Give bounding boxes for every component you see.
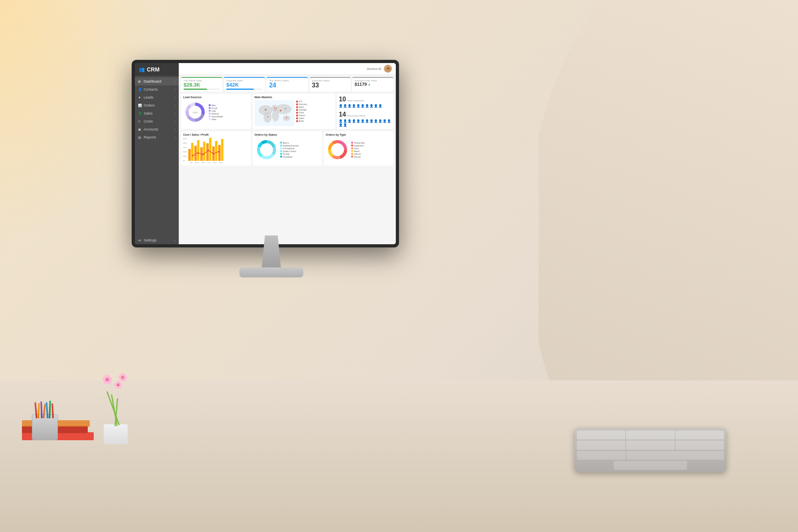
- sales-icon: 💲: [138, 112, 142, 115]
- costs-icon: ©: [138, 120, 142, 123]
- sidebar-item-orders[interactable]: 📊 Orders ›: [135, 101, 179, 109]
- svg-point-21: [267, 116, 269, 117]
- orders-status-donut: [255, 138, 279, 162]
- dashboard-content: This Month Sales $28.3K Expected Sales $…: [179, 75, 396, 244]
- sidebar-item-settings[interactable]: ≪ Settings ›: [135, 236, 179, 244]
- settings-chevron: ›: [175, 239, 176, 242]
- orders-by-type-card: Orders by Type: [324, 131, 393, 166]
- new-customers-count: 10: [339, 96, 346, 103]
- orders-status-legend: New In Awaiting Payment In Production Qu…: [280, 142, 299, 158]
- leads-icon: ★: [138, 96, 142, 99]
- user-name: Jessica W.: [367, 67, 382, 71]
- kpi-avg-order: Average Order Value $1179 ▲: [352, 77, 393, 91]
- dashboard-chevron: ›: [175, 80, 176, 83]
- accounts-chevron: ›: [175, 128, 176, 131]
- top-bar: Jessica W. 👩: [179, 63, 396, 75]
- sidebar-item-sales[interactable]: 💲 Sales ›: [135, 109, 179, 117]
- monitor-screen: 👥 CRM ⊞ Dashboard › 👤 Contacts: [135, 63, 396, 244]
- kpi-value-exporders: 33: [312, 82, 348, 89]
- orders-by-status-card: Orders by Status: [253, 131, 322, 166]
- svg-point-19: [274, 110, 275, 111]
- sidebar-label-contacts: Contacts: [144, 87, 158, 91]
- markets-legend: U.S. Germany Spain Australia China Franc…: [296, 100, 307, 126]
- lead-sources-donut: 100%: [183, 100, 207, 124]
- customers-card: 10 New Customers 👤 👤 👤 👤 👤 👤: [337, 94, 393, 129]
- dashboard-icon: ⊞: [138, 80, 142, 83]
- sidebar-item-costs[interactable]: © Costs ›: [135, 117, 179, 125]
- kpi-row: This Month Sales $28.3K Expected Sales $…: [181, 77, 393, 91]
- returning-clients-count: 14: [339, 111, 346, 118]
- reports-icon: ▤: [138, 136, 142, 139]
- svg-text:100%: 100%: [193, 111, 198, 114]
- accounts-icon: ▣: [138, 128, 142, 131]
- sidebar-item-leads[interactable]: ★ Leads ›: [135, 93, 179, 101]
- returning-clients-icons: 👤 👤 👤 👤 👤 👤 👤 👤 👤 👤: [339, 119, 391, 127]
- kpi-value-avg: $1179: [355, 82, 367, 87]
- orders-type-donut: [326, 138, 350, 162]
- monitor-base: [239, 267, 303, 277]
- svg-point-17: [280, 110, 281, 111]
- monitor-bezel: 👥 CRM ⊞ Dashboard › 👤 Contacts: [132, 60, 399, 247]
- charts-row-1: Lead Sources: [181, 94, 393, 129]
- kpi-trend-avg: ▲: [367, 83, 371, 86]
- orders-type-legend: Product Mix Equipment Tools Merch Add-On…: [351, 142, 364, 158]
- svg-point-12: [275, 104, 291, 114]
- y-axis-labels: $50K $40K $30K $20K $10K $0: [183, 138, 187, 162]
- orders-icon: 📊: [138, 104, 142, 107]
- crm-header: 👥 CRM: [135, 63, 179, 76]
- lead-sources-legend: Web E-mail Calls Referral Social Media O…: [209, 104, 223, 121]
- user-avatar[interactable]: 👩: [384, 65, 392, 73]
- crm-sidebar: 👥 CRM ⊞ Dashboard › 👤 Contacts: [135, 63, 179, 244]
- kpi-month-orders: This Month Orders 24: [267, 77, 308, 91]
- new-customers-label: New Customers: [347, 99, 364, 102]
- svg-point-34: [260, 143, 273, 156]
- keyboard-area: [575, 428, 726, 472]
- orders-chevron: ›: [175, 104, 176, 107]
- crm-logo-icon: 👥: [139, 67, 145, 72]
- leads-chevron: ›: [175, 96, 176, 99]
- svg-point-18: [285, 108, 286, 109]
- svg-point-14: [265, 109, 266, 111]
- sidebar-label-dashboard: Dashboard: [144, 79, 161, 83]
- monitor: 👥 CRM ⊞ Dashboard › 👤 Contacts: [132, 60, 411, 291]
- reports-chevron: ›: [175, 136, 176, 139]
- lead-sources-card: Lead Sources: [181, 94, 251, 129]
- kpi-value-monthorders: 24: [269, 82, 305, 89]
- svg-point-15: [274, 107, 275, 109]
- crm-main-content: Jessica W. 👩 This Month Sales $28.3K: [179, 63, 396, 244]
- sidebar-item-accounts[interactable]: ▣ Accounts ›: [135, 125, 179, 133]
- svg-point-16: [275, 108, 277, 109]
- returning-clients-label: Returning Clients: [347, 115, 365, 117]
- sidebar-label-orders: Orders: [144, 103, 155, 107]
- kpi-this-month-sales: This Month Sales $28.3K: [181, 77, 222, 91]
- sidebar-label-reports: Reports: [144, 135, 156, 139]
- cost-sales-title: Cost / Sales / Profit: [183, 133, 249, 136]
- main-markets-title: Main Markets: [255, 96, 334, 99]
- kpi-value-sales: $28.3K: [184, 82, 220, 88]
- orders-status-title: Orders by Status: [255, 133, 320, 136]
- charts-row-2: Cost / Sales / Profit $50K $40K $30K $20…: [181, 131, 393, 166]
- contacts-chevron: ›: [175, 88, 176, 91]
- new-customers-icons: 👤 👤 👤 👤 👤 👤 👤 👤 👤 👤: [339, 104, 391, 108]
- pencil-cup: [32, 406, 58, 440]
- sidebar-label-sales: Sales: [144, 111, 153, 115]
- sidebar-item-contacts[interactable]: 👤 Contacts ›: [135, 85, 179, 93]
- kpi-expected-sales: Expected Sales $42K: [224, 77, 265, 91]
- costs-chevron: ›: [175, 120, 176, 123]
- main-markets-card: Main Markets: [253, 94, 336, 129]
- svg-point-41: [331, 143, 344, 156]
- orders-type-title: Orders by Type: [326, 133, 391, 136]
- kpi-value-expected: $42K: [226, 82, 263, 88]
- bar-chart: [188, 138, 223, 162]
- sidebar-nav: ⊞ Dashboard › 👤 Contacts ›: [135, 76, 179, 244]
- cost-sales-profit-card: Cost / Sales / Profit $50K $40K $30K $20…: [181, 131, 251, 166]
- sidebar-label-costs: Costs: [144, 119, 153, 123]
- crm-logo-text: CRM: [147, 66, 160, 73]
- settings-icon: ≪: [138, 239, 142, 242]
- sales-chevron: ›: [175, 112, 176, 115]
- plant: 🌸 🌸 🌸: [96, 372, 136, 444]
- sidebar-item-dashboard[interactable]: ⊞ Dashboard ›: [135, 77, 179, 85]
- sidebar-label-settings: Settings: [144, 238, 157, 242]
- sidebar-item-reports[interactable]: ▤ Reports ›: [135, 133, 179, 141]
- lead-sources-title: Lead Sources: [183, 96, 249, 99]
